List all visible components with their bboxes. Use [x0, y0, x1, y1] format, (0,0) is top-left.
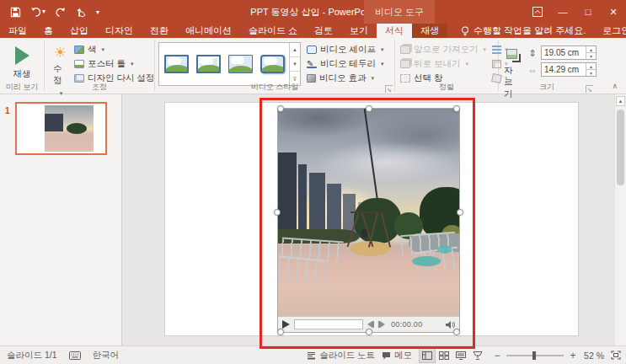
group-video-styles-label: 비디오 스타일 — [155, 82, 394, 93]
tab-design[interactable]: 디자인 — [97, 24, 142, 38]
notes-button[interactable]: 슬라이드 노트 — [307, 350, 375, 361]
save-icon[interactable] — [10, 7, 21, 18]
send-backward-button[interactable]: 뒤로 보내기 ▾ — [399, 57, 488, 71]
video-border-button[interactable]: ✎ 비디오 테두리 ▾ — [305, 57, 385, 71]
resize-handle-bottom-left[interactable] — [277, 329, 284, 335]
zoom-in-icon[interactable]: + — [569, 350, 577, 361]
maximize-icon[interactable]: □ — [575, 0, 601, 24]
tell-me-box[interactable]: 수행할 작업을 알려 주세요. — [452, 24, 594, 38]
video-styles-dialog-launcher-icon[interactable]: ⇘ — [385, 85, 393, 93]
tab-file[interactable]: 파일 — [0, 24, 35, 38]
color-label: 색 — [88, 44, 97, 56]
poster-frame-label: 포스터 틀 — [88, 58, 126, 70]
sign-in-button[interactable]: 로그인 — [594, 24, 626, 38]
video-style-4[interactable] — [257, 45, 287, 83]
arrange-buttons: 앞으로 가져오기 ▾ 뒤로 보내기 ▾ 선택 창 — [399, 41, 488, 85]
video-style-2[interactable] — [193, 45, 223, 83]
send-backward-caret-icon: ▾ — [465, 61, 468, 67]
width-stepper[interactable]: ▲▼ — [586, 63, 596, 76]
video-object[interactable]: 00:00.00 — [278, 109, 459, 332]
tab-review[interactable]: 검토 — [306, 24, 341, 38]
scrollbar-thumb[interactable] — [617, 110, 624, 185]
resize-handle-top-left[interactable] — [277, 105, 284, 112]
language-indicator[interactable]: 한국어 — [93, 350, 120, 361]
vertical-scrollbar[interactable]: ▲ — [614, 94, 626, 345]
poster-frame-caret-icon: ▾ — [131, 61, 134, 67]
touch-mouse-mode-icon[interactable] — [75, 7, 87, 18]
crop-icon — [504, 46, 520, 62]
slide-indicator[interactable]: 슬라이드 1/1 — [7, 350, 57, 361]
reading-view-button[interactable] — [452, 348, 469, 363]
tab-format-active[interactable]: 서식 — [377, 24, 412, 38]
resize-handle-top-center[interactable] — [366, 105, 372, 112]
tab-insert[interactable]: 삽입 — [62, 24, 97, 38]
close-icon[interactable]: ✕ — [601, 0, 626, 24]
media-seek-bar[interactable] — [294, 319, 363, 329]
tab-playback[interactable]: 재생 — [412, 24, 447, 38]
resize-handle-bottom-right[interactable] — [453, 329, 460, 335]
crop-button[interactable]: 자르기 — [502, 41, 522, 103]
color-button[interactable]: 색 ▾ — [72, 43, 164, 56]
size-dialog-launcher-icon[interactable]: ⇘ — [586, 85, 593, 93]
undo-icon[interactable]: ▾ — [30, 7, 45, 17]
ribbon-display-options-icon[interactable] — [525, 0, 550, 24]
status-bar-left: 슬라이드 1/1 한국어 — [0, 350, 119, 361]
slide-1-thumbnail[interactable] — [15, 102, 107, 155]
media-play-icon[interactable] — [282, 320, 290, 329]
view-buttons — [419, 348, 486, 363]
comments-label: 메모 — [394, 350, 412, 361]
height-stepper[interactable]: ▲▼ — [586, 46, 596, 59]
tab-transitions[interactable]: 전환 — [142, 24, 177, 38]
zoom-out-icon[interactable]: − — [493, 350, 501, 361]
scroll-up-icon[interactable]: ▲ — [616, 96, 625, 106]
height-input[interactable] — [542, 46, 586, 59]
video-style-1[interactable] — [161, 45, 191, 83]
status-bar-right: 슬라이드 노트 메모 − + 52 % — [307, 348, 626, 363]
resize-handle-middle-right[interactable] — [457, 209, 463, 216]
color-icon — [74, 46, 84, 54]
slideshow-view-button[interactable] — [469, 348, 486, 363]
frame-forward-icon[interactable] — [378, 321, 385, 328]
frame-back-icon[interactable] — [367, 321, 374, 328]
slide-sorter-view-button[interactable] — [436, 348, 452, 363]
video-style-3[interactable] — [225, 45, 255, 83]
tab-animations[interactable]: 애니메이션 — [177, 24, 240, 38]
tab-home[interactable]: 홈 — [35, 24, 62, 38]
fit-to-window-icon[interactable] — [611, 351, 621, 360]
zoom-slider-thumb[interactable] — [532, 351, 536, 360]
play-button[interactable]: 재생 — [8, 41, 36, 83]
zoom-level[interactable]: 52 % — [584, 351, 604, 361]
resize-handle-middle-left[interactable] — [274, 209, 281, 216]
send-backward-label: 뒤로 보내기 — [414, 58, 460, 70]
collapse-ribbon-icon[interactable]: ∧ — [612, 82, 618, 90]
video-shape-label: 비디오 셰이프 — [320, 44, 376, 56]
tab-bar-right: 로그인 공유 — [594, 24, 626, 38]
video-style-thumbnail-icon — [228, 55, 253, 73]
tab-slideshow[interactable]: 슬라이드 쇼 — [240, 24, 306, 38]
video-style-thumbnail-icon — [164, 55, 189, 73]
resize-handle-bottom-center[interactable] — [366, 329, 372, 335]
width-input[interactable] — [542, 63, 586, 76]
ribbon-format-tab-content: 재생 미리 보기 ☀ 수정 ▾ 색 ▾ 포스터 틀 ▾ 디자인 다시 설정 — [0, 38, 626, 94]
gallery-scroll-down-icon[interactable]: ▼ — [290, 57, 300, 72]
window-controls: — □ ✕ — [525, 0, 626, 24]
video-shape-button[interactable]: 비디오 셰이프 ▾ — [305, 43, 385, 56]
bring-forward-icon — [400, 46, 410, 54]
comments-button[interactable]: 메모 — [382, 350, 412, 361]
resize-handle-top-right[interactable] — [453, 105, 460, 112]
keyboard-icon[interactable] — [69, 351, 81, 360]
poster-frame-button[interactable]: 포스터 틀 ▾ — [72, 57, 164, 71]
bring-forward-button[interactable]: 앞으로 가져오기 ▾ — [399, 43, 488, 56]
minimize-icon[interactable]: — — [550, 0, 575, 24]
normal-view-button[interactable] — [419, 348, 436, 363]
qat-customize-icon[interactable]: ▾ — [96, 8, 99, 16]
zoom-slider[interactable] — [506, 355, 564, 356]
volume-icon[interactable] — [445, 320, 455, 329]
notes-icon — [307, 351, 316, 360]
group-arrange: 앞으로 가져오기 ▾ 뒤로 보내기 ▾ 선택 창 ▾ ▾ ▾ 정렬 — [395, 38, 498, 94]
gallery-scroll-up-icon[interactable]: ▲ — [290, 43, 300, 57]
video-style-options: 비디오 셰이프 ▾ ✎ 비디오 테두리 ▾ 비디오 효과 ▾ — [301, 41, 385, 85]
redo-icon[interactable] — [55, 7, 66, 18]
tab-view[interactable]: 보기 — [341, 24, 377, 38]
video-border-caret-icon: ▾ — [381, 61, 384, 67]
